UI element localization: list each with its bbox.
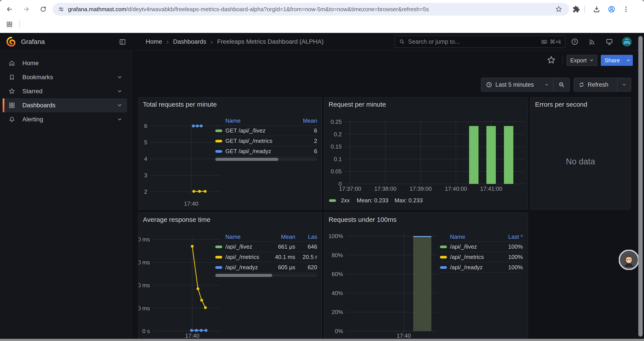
chevron-down-icon[interactable] — [117, 75, 122, 80]
browser-menu-icon[interactable] — [622, 5, 630, 13]
panel-avg-response-time: Average response time 80 ms60 ms40 ms20 … — [138, 212, 322, 341]
legend-row[interactable]: /api/_/readyz 605 µs 620 — [215, 262, 317, 273]
legend-row[interactable]: /api/_/metrics 100% — [440, 252, 523, 262]
sidebar-item-starred[interactable]: Starred — [3, 84, 127, 98]
legend-row[interactable]: GET /api/_/readyz 6 — [215, 146, 317, 157]
series-mean: 6 — [293, 127, 317, 134]
favorite-star-icon[interactable] — [546, 55, 556, 65]
time-range-label: Last 5 minutes — [496, 81, 534, 88]
apps-grid-icon[interactable] — [6, 21, 13, 28]
sidebar-item-home[interactable]: Home — [3, 56, 127, 70]
request-per-minute-chart[interactable]: 0.250.20.150.10.05017:37:0017:38:0017:39… — [324, 98, 528, 209]
series-mean: 2 — [293, 138, 317, 144]
legend-col-mean[interactable]: Mean — [293, 117, 317, 124]
panel-title[interactable]: Request per minute — [328, 101, 386, 108]
series-swatch — [440, 266, 447, 269]
series-swatch — [215, 256, 222, 258]
floating-assistant-avatar[interactable] — [619, 250, 639, 270]
share-dropdown-button[interactable] — [624, 55, 633, 66]
svg-text:5: 5 — [144, 139, 147, 146]
chevron-down-icon[interactable] — [117, 89, 122, 94]
url-path: /d/deytv4rwavabkb/freeleaps-metrics-dash… — [126, 6, 429, 13]
help-icon[interactable] — [571, 38, 579, 46]
series-mean: 661 µs — [266, 243, 295, 250]
series-mean: 40.1 ms — [266, 254, 295, 260]
series-last: 100% — [498, 264, 523, 271]
panel-title[interactable]: Total requests per minute — [143, 101, 217, 108]
svg-text:80 ms: 80 ms — [138, 236, 150, 243]
svg-text:17:38:00: 17:38:00 — [374, 185, 396, 192]
panel-title[interactable]: Requests under 100ms — [328, 216, 396, 223]
screen: ? grafana.mathmast.com/d/deytv4rwavabkb/… — [0, 0, 644, 341]
legend-col-last[interactable]: Las — [295, 233, 317, 240]
svg-text:4: 4 — [144, 156, 147, 162]
svg-text:17:40: 17:40 — [184, 200, 198, 207]
grafana-logo-icon[interactable] — [6, 37, 17, 47]
chevron-down-icon[interactable] — [117, 117, 122, 122]
export-button[interactable]: Export — [566, 55, 597, 66]
legend-row[interactable]: GET /api/_/metrics 2 — [215, 136, 317, 146]
reload-icon[interactable] — [40, 6, 47, 13]
refresh-interval-dropdown[interactable] — [618, 78, 631, 91]
legend[interactable]: 2xx Mean: 0.233 Max: 0.233 — [329, 197, 423, 204]
clock-icon — [486, 81, 492, 88]
back-icon[interactable] — [6, 6, 13, 13]
breadcrumb-home[interactable]: Home — [146, 38, 162, 45]
chevron-down-icon[interactable] — [117, 103, 122, 108]
legend-col-last[interactable]: Last * — [498, 233, 523, 240]
breadcrumb: Home › Dashboards › Freeleaps Metrics Da… — [146, 33, 324, 51]
breadcrumb-dashboards[interactable]: Dashboards — [173, 38, 206, 45]
legend-hscrollbar[interactable] — [215, 158, 317, 161]
news-rss-icon[interactable] — [588, 38, 596, 46]
sidebar-item-bookmarks[interactable]: Bookmarks — [3, 70, 127, 84]
svg-text:6: 6 — [144, 123, 147, 129]
legend-row[interactable]: /api/_/metrics 40.1 ms 20.5 r — [215, 252, 317, 262]
share-button[interactable]: Share — [601, 55, 624, 66]
legend-row[interactable]: GET /api/_/livez 6 — [215, 126, 317, 136]
chevron-down-icon — [590, 58, 594, 63]
legend-hscrollbar[interactable] — [215, 274, 317, 277]
time-range-picker[interactable]: Last 5 minutes — [481, 78, 553, 91]
extensions-icon[interactable] — [572, 6, 580, 13]
bell-icon — [8, 116, 15, 123]
url-bar[interactable]: grafana.mathmast.com/d/deytv4rwavabkb/fr… — [52, 3, 569, 16]
legend-col-name[interactable]: Name — [440, 233, 498, 240]
svg-text:0.15: 0.15 — [330, 143, 342, 150]
forward-icon[interactable] — [22, 6, 30, 13]
sidebar-item-dashboards[interactable]: Dashboards — [3, 98, 127, 112]
zoom-out-button[interactable] — [554, 78, 570, 91]
series-last: 620 — [295, 264, 317, 271]
bookmark-star-icon[interactable] — [555, 6, 562, 13]
search-input[interactable]: Search or jump to... ⌘+k — [394, 36, 566, 48]
legend-table: Name Mean GET /api/_/livez 6 GET /api/_/… — [215, 116, 317, 161]
sidebar-item-alerting[interactable]: Alerting — [3, 112, 127, 126]
vertical-scrollbar[interactable] — [638, 36, 643, 336]
svg-text:100%: 100% — [328, 233, 343, 239]
series-swatch — [215, 140, 222, 142]
search-shortcut: ⌘+k — [541, 38, 561, 45]
site-settings-icon[interactable] — [58, 6, 64, 13]
legend-col-name[interactable]: Name — [215, 233, 266, 240]
profile-icon[interactable] — [608, 5, 616, 13]
sidebar-toggle-icon[interactable] — [119, 38, 126, 46]
kiosk-monitor-icon[interactable] — [606, 38, 613, 46]
legend-row[interactable]: /api/_/readyz 100% — [440, 262, 523, 273]
url-text[interactable]: grafana.mathmast.com/d/deytv4rwavabkb/fr… — [68, 6, 429, 13]
panel-title[interactable]: Average response time — [143, 216, 210, 223]
svg-text:20%: 20% — [332, 309, 343, 315]
user-avatar[interactable] — [622, 37, 632, 47]
series-swatch — [440, 256, 447, 258]
legend-row[interactable]: /api/_/livez 661 µs 646 — [215, 242, 317, 252]
series-name: /api/_/livez — [450, 243, 477, 250]
legend-col-name[interactable]: Name — [215, 117, 293, 124]
series-swatch — [215, 150, 222, 153]
series-max: Max: 0.233 — [394, 197, 423, 204]
panel-title[interactable]: Errors per second — [535, 101, 587, 108]
svg-text:0.25: 0.25 — [330, 119, 342, 125]
legend-row[interactable]: /api/_/livez 100% — [440, 242, 523, 252]
brand-title[interactable]: Grafana — [21, 33, 45, 51]
legend-col-mean[interactable]: Mean — [266, 233, 295, 240]
panel-requests-under-100ms: Requests under 100ms 100%80%60%40%20%0%1… — [324, 212, 528, 341]
downloads-icon[interactable] — [593, 5, 600, 13]
refresh-button[interactable]: Refresh — [574, 78, 617, 91]
